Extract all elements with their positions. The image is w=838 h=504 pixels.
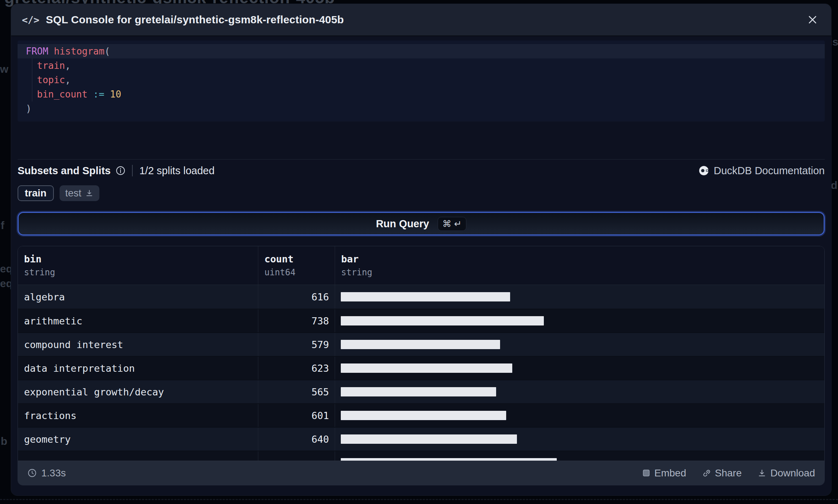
share-button[interactable]: Share xyxy=(702,467,742,479)
cell-count xyxy=(258,451,335,461)
background-text-fragment: w xyxy=(0,63,8,75)
table-body: algebra616arithmetic738compound interest… xyxy=(18,285,824,461)
link-icon xyxy=(702,469,711,478)
code-token xyxy=(88,89,93,100)
cell-bar xyxy=(335,404,824,427)
code-token: histogram xyxy=(54,46,104,57)
column-header-count[interactable]: count uint64 xyxy=(258,246,335,285)
code-token xyxy=(104,89,110,100)
sql-editor[interactable]: FROM histogram(train,topic,bin_count := … xyxy=(18,41,825,122)
run-query-label: Run Query xyxy=(376,218,429,230)
code-token: , xyxy=(65,75,71,85)
close-button[interactable] xyxy=(805,12,820,28)
background-text-fragment: b xyxy=(1,435,7,447)
cell-count: 616 xyxy=(258,285,335,309)
cell-bar xyxy=(335,357,824,380)
cell-count: 579 xyxy=(258,333,335,356)
cell-count: 623 xyxy=(258,357,335,380)
code-token: ) xyxy=(26,103,32,114)
download-icon xyxy=(757,469,767,478)
table-header-row: bin string count uint64 bar string xyxy=(18,246,824,285)
code-line: bin_count := 10 xyxy=(18,87,825,101)
column-header-bin[interactable]: bin string xyxy=(18,246,258,285)
table-row: data interpretation623 xyxy=(18,356,824,380)
code-token xyxy=(48,46,54,57)
cell-count: 601 xyxy=(258,404,335,427)
code-line: ) xyxy=(18,101,825,116)
column-name: bin xyxy=(24,253,258,265)
code-line: topic, xyxy=(18,73,825,87)
download-button[interactable]: Download xyxy=(757,467,815,479)
background-text-fragment: d xyxy=(831,179,837,191)
vertical-divider xyxy=(132,165,133,176)
code-token: bin_count xyxy=(37,89,88,100)
run-query-button[interactable]: Run Query ⌘ ↵ xyxy=(18,212,825,236)
duckdb-documentation-link[interactable]: DuckDB Documentation xyxy=(699,165,825,177)
modal-header: </> SQL Console for gretelai/synthetic-g… xyxy=(11,4,831,36)
clock-icon xyxy=(27,468,37,478)
download-label: Download xyxy=(770,467,815,479)
close-icon xyxy=(807,14,818,25)
split-train-label: train xyxy=(25,187,47,199)
cell-bar xyxy=(335,428,824,451)
code-token: 10 xyxy=(110,89,121,100)
table-row: compound interest579 xyxy=(18,332,824,356)
code-token: := xyxy=(93,89,104,100)
embed-label: Embed xyxy=(654,467,686,479)
split-button-test[interactable]: test xyxy=(60,185,99,201)
split-button-train[interactable]: train xyxy=(18,185,54,201)
table-row: arithmetic738 xyxy=(18,309,824,332)
background-text-fragment: f xyxy=(1,219,4,232)
query-duration: 1.33s xyxy=(27,467,66,479)
histogram-bar xyxy=(341,458,557,461)
sql-console-modal: </> SQL Console for gretelai/synthetic-g… xyxy=(11,4,832,496)
embed-button[interactable]: Embed xyxy=(642,467,686,479)
code-token: FROM xyxy=(26,46,48,57)
histogram-bar xyxy=(341,316,544,325)
table-row: exponential growth/decay565 xyxy=(18,380,824,403)
splits-row: train test xyxy=(18,185,825,201)
histogram-bar xyxy=(341,411,506,420)
cell-bar xyxy=(335,380,824,403)
split-test-label: test xyxy=(65,187,81,199)
histogram-bar xyxy=(341,363,512,373)
table-footer: 1.33s Embed S xyxy=(18,461,824,485)
splits-loaded-status: 1/2 splits loaded xyxy=(139,165,215,177)
modal-title: SQL Console for gretelai/synthetic-gsm8k… xyxy=(46,14,344,26)
code-token: , xyxy=(65,60,71,71)
info-icon[interactable] xyxy=(116,166,126,176)
duckdb-documentation-label: DuckDB Documentation xyxy=(714,165,825,177)
section-divider xyxy=(18,159,825,160)
histogram-bar xyxy=(341,434,517,444)
code-icon: </> xyxy=(22,14,39,25)
cell-bin: geometry xyxy=(18,428,258,451)
cell-bin: data interpretation xyxy=(18,357,258,380)
subsets-row: Subsets and Splits 1/2 splits loaded Duc… xyxy=(18,164,825,177)
query-duration-value: 1.33s xyxy=(41,467,66,479)
code-line: FROM histogram( xyxy=(18,44,825,58)
download-split-icon xyxy=(85,189,94,198)
cell-count: 738 xyxy=(258,309,335,332)
table-row: geometry640 xyxy=(18,427,824,451)
cell-count: 640 xyxy=(258,428,335,451)
column-name: count xyxy=(264,253,335,265)
cmd-enter-shortcut: ⌘ ↵ xyxy=(438,217,466,231)
subsets-title: Subsets and Splits xyxy=(18,165,110,177)
column-header-bar[interactable]: bar string xyxy=(335,246,824,285)
histogram-bar xyxy=(341,387,496,396)
cell-bar xyxy=(335,285,824,309)
column-type: uint64 xyxy=(264,267,335,277)
footer-actions: Embed Share xyxy=(642,467,815,479)
code-token: ( xyxy=(104,46,110,57)
cell-bin: algebra xyxy=(18,285,258,309)
background-dashed-line xyxy=(0,499,838,500)
cell-count: 565 xyxy=(258,380,335,403)
table-row: fractions601 xyxy=(18,403,824,427)
share-label: Share xyxy=(715,467,742,479)
cell-bar xyxy=(335,333,824,356)
code-line: train, xyxy=(18,58,825,73)
cell-bin xyxy=(18,451,258,461)
code-token: train xyxy=(37,60,65,71)
results-table-scroll[interactable]: bin string count uint64 bar string algeb… xyxy=(18,246,824,461)
column-name: bar xyxy=(341,253,824,265)
